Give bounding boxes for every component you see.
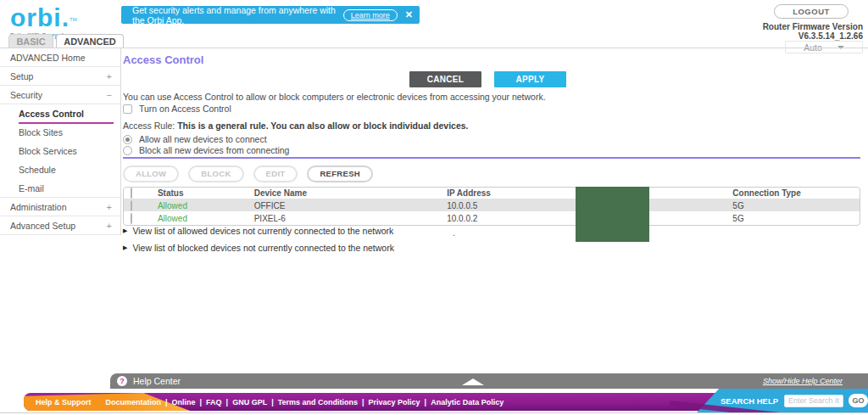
sidebar-item-security[interactable]: Security− (0, 86, 120, 104)
turn-on-access-control-checkbox[interactable] (123, 104, 132, 114)
sidebar-item-block-sites[interactable]: Block Sites (0, 123, 120, 142)
block-devices-radio[interactable] (123, 146, 132, 155)
footer-separator: | (362, 398, 364, 407)
firmware-version-label: Router Firmware Version (763, 22, 863, 31)
logo-text: orbi. (10, 3, 70, 31)
bottom-divider (0, 412, 868, 413)
footer-link-analytic[interactable]: Analytic Data Policy (431, 398, 504, 407)
sidebar-item-label: Schedule (19, 165, 56, 175)
firmware-version-value: V6.3.5.14_1.2.66 (763, 31, 863, 41)
apply-button[interactable]: APPLY (494, 71, 566, 87)
triangle-right-icon: ▶ (123, 244, 127, 251)
main-content: Access Control CANCEL APPLY You can use … (123, 48, 868, 303)
radio-label: Block all new devices from connecting (139, 145, 289, 155)
sidebar-item-label: Block Sites (19, 127, 63, 137)
footer-separator: | (165, 398, 168, 407)
firmware-version: Router Firmware Version V6.3.5.14_1.2.66 (763, 22, 863, 41)
footer-link-gnu-gpl[interactable]: GNU GPL (232, 398, 267, 407)
sidebar-item-email[interactable]: E-mail (0, 179, 120, 198)
footer-separator: | (271, 398, 274, 407)
logout-button[interactable]: LOGOUT (774, 4, 849, 19)
tab-basic[interactable]: BASIC (8, 34, 53, 48)
column-header-status: Status (153, 188, 248, 198)
devices-table: Status Device Name IP Address Connection… (123, 187, 860, 226)
footer-link-faq[interactable]: FAQ (206, 398, 222, 407)
show-hide-help-link[interactable]: Show/Hide Help Center (763, 377, 843, 385)
sidebar-item-label: Setup (10, 71, 33, 81)
access-rule-bold: This is a general rule. You can also all… (177, 121, 468, 131)
promo-banner: Get security alerts and manage from anyw… (121, 6, 420, 24)
sidebar-item-label: Security (10, 90, 42, 100)
connection-type-value: 5G (727, 214, 860, 223)
block-devices-radio-row: Block all new devices from connecting (123, 145, 289, 155)
select-all-checkbox[interactable] (131, 188, 132, 199)
footer-link-terms[interactable]: Terms and Conditions (278, 398, 358, 407)
access-rule-text: Access Rule: This is a general rule. You… (123, 121, 469, 131)
checkbox-label: Turn on Access Control (139, 104, 231, 114)
row-checkbox[interactable] (131, 200, 132, 211)
trademark-symbol: TM (70, 17, 77, 22)
ip-address-value: 10.0.0.2 (440, 214, 567, 223)
collapse-icon[interactable]: − (107, 86, 112, 104)
go-button[interactable]: GO (849, 394, 868, 407)
access-rule-prefix: Access Rule: (123, 121, 175, 131)
footer-separator: | (226, 398, 229, 407)
footer-separator: | (200, 398, 203, 407)
block-button[interactable]: BLOCK (188, 165, 243, 182)
banner-text: Get security alerts and manage from anyw… (132, 5, 337, 25)
help-support-link[interactable]: Help & Support (36, 398, 92, 407)
page-description: You can use Access Control to allow or b… (123, 92, 546, 102)
sidebar-item-administration[interactable]: Administration+ (0, 198, 120, 216)
sidebar-item-advanced-setup[interactable]: Advanced Setup+ (0, 216, 120, 235)
sidebar-item-label: Access Control (19, 106, 114, 124)
sidebar-item-label: Block Services (19, 146, 77, 156)
table-action-buttons: ALLOW BLOCK EDIT REFRESH (123, 165, 373, 182)
column-header-connection-type: Connection Type (727, 188, 860, 198)
purple-divider (123, 157, 860, 159)
learn-more-button[interactable]: Learn more (343, 9, 398, 21)
column-header-device-name: Device Name (248, 188, 440, 198)
sidebar-item-access-control[interactable]: Access Control (0, 104, 120, 123)
sidebar-item-label: Advanced Setup (10, 221, 75, 231)
edit-button[interactable]: EDIT (253, 165, 298, 182)
footer-link-documentation[interactable]: Documentation (106, 398, 162, 407)
expand-icon[interactable]: + (107, 216, 112, 235)
cancel-button[interactable]: CANCEL (409, 71, 481, 87)
tab-advanced[interactable]: ADVANCED (56, 34, 124, 48)
triangle-right-icon: ▶ (123, 227, 127, 234)
expand-icon[interactable]: + (107, 67, 112, 86)
table-row: Allowed PIXEL-6 10.0.0.2 5G (124, 212, 860, 225)
device-name-value: OFFICE (248, 201, 440, 210)
help-center-bar[interactable]: ? Help Center (110, 373, 868, 389)
sidebar-item-setup[interactable]: Setup+ (0, 67, 120, 86)
sidebar-item-schedule[interactable]: Schedule (0, 160, 120, 179)
link-label: View list of blocked devices not current… (132, 243, 394, 253)
row-checkbox[interactable] (131, 213, 132, 224)
view-blocked-devices-link[interactable]: ▶ View list of blocked devices not curre… (123, 243, 394, 253)
expand-icon[interactable]: + (107, 198, 112, 216)
sidebar-item-label: ADVANCED Home (10, 53, 86, 63)
footer-link-online[interactable]: Online (172, 398, 196, 407)
sidebar-item-label: E-mail (19, 183, 44, 193)
sidebar-item-label: Administration (10, 202, 67, 212)
redaction-overlay (576, 187, 649, 242)
allow-devices-radio-row: Allow all new devices to connect (123, 134, 267, 144)
sidebar-item-block-services[interactable]: Block Services (0, 142, 120, 160)
banner-close-icon[interactable]: ✕ (405, 9, 413, 20)
device-name-value: PIXEL-6 (248, 214, 440, 223)
ip-address-value: 10.0.0.5 (440, 201, 567, 210)
allow-devices-radio[interactable] (123, 135, 132, 144)
status-value: Allowed (153, 214, 248, 223)
sidebar-nav: ADVANCED Home Setup+ Security− Access Co… (0, 48, 121, 235)
sidebar-item-advanced-home[interactable]: ADVANCED Home (0, 48, 120, 67)
search-input[interactable] (784, 395, 843, 407)
table-row: Allowed OFFICE 10.0.0.5 5G (124, 199, 860, 212)
view-allowed-devices-link[interactable]: ▶ View list of allowed devices not curre… (123, 226, 393, 236)
allow-button[interactable]: ALLOW (123, 165, 179, 182)
collapse-arrow-icon[interactable] (462, 379, 484, 385)
column-header-ip-address: IP Address (440, 188, 567, 198)
radio-label: Allow all new devices to connect (139, 134, 267, 144)
help-center-label: Help Center (133, 376, 181, 386)
footer-link-privacy[interactable]: Privacy Policy (369, 398, 420, 407)
refresh-button[interactable]: REFRESH (307, 165, 373, 182)
